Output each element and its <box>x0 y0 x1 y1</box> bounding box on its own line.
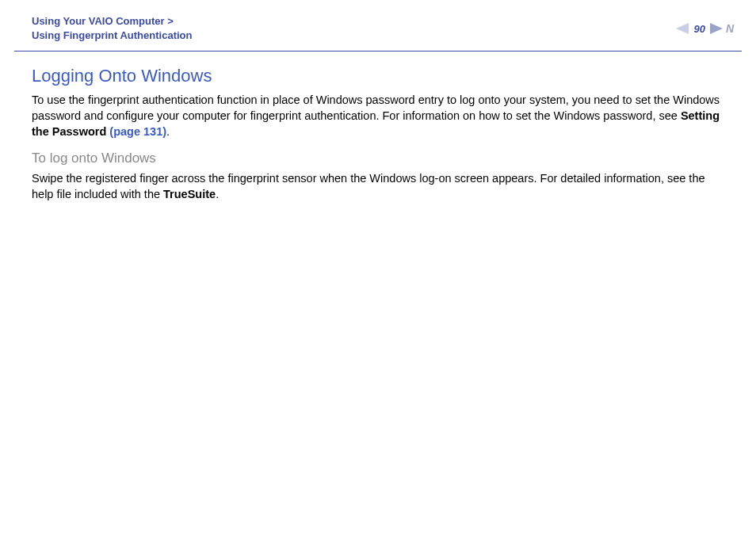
prev-page-icon[interactable] <box>676 23 689 34</box>
svg-marker-1 <box>710 23 723 34</box>
next-page-icon[interactable] <box>710 23 723 34</box>
page-header: Using Your VAIO Computer > Using Fingerp… <box>0 0 756 51</box>
paragraph-1: To use the fingerprint authentication fu… <box>32 93 724 139</box>
svg-marker-0 <box>676 23 689 34</box>
para1-end: . <box>166 125 170 138</box>
page-number: 90 <box>693 23 704 35</box>
page-content: Logging Onto Windows To use the fingerpr… <box>0 51 756 202</box>
para2-text: Swipe the registered finger across the f… <box>32 172 705 200</box>
para2-bold: TrueSuite <box>163 188 216 200</box>
page-reference-link[interactable]: (page 131) <box>109 125 166 138</box>
para1-text: To use the fingerprint authentication fu… <box>32 93 720 122</box>
breadcrumb: Using Your VAIO Computer > Using Fingerp… <box>32 14 192 43</box>
paragraph-2: Swipe the registered finger across the f… <box>32 171 724 202</box>
sub-section-title: To log onto Windows <box>32 151 724 166</box>
para2-end: . <box>216 188 219 200</box>
breadcrumb-line-2[interactable]: Using Fingerprint Authentication <box>32 29 192 43</box>
page-navigation: 90 N <box>676 22 734 35</box>
section-title: Logging Onto Windows <box>32 66 724 86</box>
breadcrumb-line-1[interactable]: Using Your VAIO Computer > <box>32 14 192 29</box>
n-indicator: N <box>726 22 734 35</box>
